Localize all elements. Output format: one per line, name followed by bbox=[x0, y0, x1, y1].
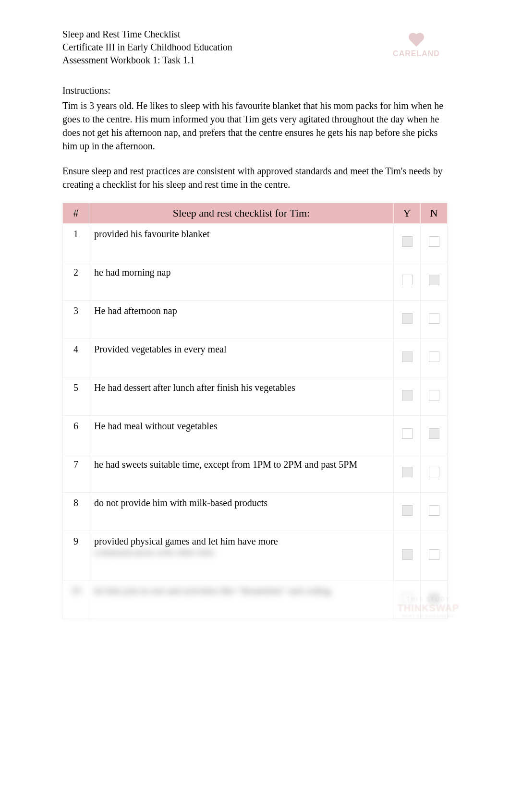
row-no-cell bbox=[421, 416, 448, 454]
checkbox-yes[interactable] bbox=[402, 505, 413, 516]
footer-logo-line2: THINKSWAP bbox=[385, 603, 472, 614]
checkbox-no[interactable] bbox=[429, 428, 439, 439]
row-item-text: provided his favourite blanket bbox=[89, 224, 394, 262]
table-row: 1provided his favourite blanket bbox=[63, 224, 448, 262]
row-number: 8 bbox=[63, 493, 89, 531]
row-number: 3 bbox=[63, 301, 89, 339]
row-number: 4 bbox=[63, 339, 89, 377]
row-number: 2 bbox=[63, 262, 89, 301]
footer-logo-line3: PART OF DOCUMENT bbox=[385, 614, 472, 618]
footer-watermark-logo: THIS STUDY THINKSWAP PART OF DOCUMENT bbox=[385, 596, 472, 630]
table-header-row: # Sleep and rest checklist for Tim: Y N bbox=[63, 203, 448, 224]
row-item-text: do not provide him with milk-based produ… bbox=[89, 493, 394, 531]
row-number: 10 bbox=[63, 581, 89, 619]
header-logo: CARELAND bbox=[385, 29, 448, 62]
checkbox-yes[interactable] bbox=[402, 390, 413, 400]
row-number: 6 bbox=[63, 416, 89, 454]
checklist-table: # Sleep and rest checklist for Tim: Y N … bbox=[62, 203, 448, 619]
document-title: Sleep and Rest Time Checklist bbox=[62, 29, 232, 40]
row-item-text: He had dessert after lunch after finish … bbox=[89, 377, 394, 416]
row-item-text: let him join in rest and activities like… bbox=[89, 581, 394, 619]
table-row: 7he had sweets suitable time, except fro… bbox=[63, 454, 448, 493]
row-item-text: provided physical games and let him have… bbox=[89, 531, 394, 581]
row-item-line2-blurred: communication with other kids bbox=[94, 547, 214, 558]
checkbox-no[interactable] bbox=[429, 549, 439, 560]
column-header-number: # bbox=[63, 203, 89, 224]
row-yes-cell bbox=[394, 493, 421, 531]
row-no-cell bbox=[421, 531, 448, 581]
row-no-cell bbox=[421, 262, 448, 301]
checkbox-no[interactable] bbox=[429, 236, 439, 247]
table-row: 6He had meal without vegetables bbox=[63, 416, 448, 454]
row-yes-cell bbox=[394, 416, 421, 454]
footer-logo-line1: THIS STUDY bbox=[385, 596, 472, 603]
document-header: Sleep and Rest Time Checklist Certificat… bbox=[62, 29, 448, 66]
table-row: 3He had afternoon nap bbox=[63, 301, 448, 339]
row-yes-cell bbox=[394, 262, 421, 301]
table-row: 5He had dessert after lunch after finish… bbox=[63, 377, 448, 416]
row-item-text: Provided vegetables in every meal bbox=[89, 339, 394, 377]
row-item-text: He had meal without vegetables bbox=[89, 416, 394, 454]
checkbox-no[interactable] bbox=[429, 351, 439, 362]
header-text-block: Sleep and Rest Time Checklist Certificat… bbox=[62, 29, 232, 66]
checkbox-yes[interactable] bbox=[402, 313, 413, 324]
row-yes-cell bbox=[394, 377, 421, 416]
checkbox-yes[interactable] bbox=[402, 549, 413, 560]
table-row: 4Provided vegetables in every meal bbox=[63, 339, 448, 377]
row-number: 5 bbox=[63, 377, 89, 416]
checkbox-no[interactable] bbox=[429, 505, 439, 516]
checkbox-yes[interactable] bbox=[402, 467, 413, 477]
checkbox-no[interactable] bbox=[429, 275, 439, 285]
row-item-text: he had sweets suitable time, except from… bbox=[89, 454, 394, 493]
row-number: 9 bbox=[63, 531, 89, 581]
document-subtitle-task: Assessment Workbook 1: Task 1.1 bbox=[62, 55, 232, 66]
header-logo-text: CARELAND bbox=[393, 49, 440, 58]
row-yes-cell bbox=[394, 454, 421, 493]
checkbox-no[interactable] bbox=[429, 390, 439, 400]
row-no-cell bbox=[421, 454, 448, 493]
row-number: 1 bbox=[63, 224, 89, 262]
row-item-text: He had afternoon nap bbox=[89, 301, 394, 339]
checkbox-yes[interactable] bbox=[402, 351, 413, 362]
instructions-paragraph-1: Tim is 3 years old. He likes to sleep wi… bbox=[62, 99, 448, 153]
row-number: 7 bbox=[63, 454, 89, 493]
checkbox-no[interactable] bbox=[429, 467, 439, 477]
row-no-cell bbox=[421, 339, 448, 377]
column-header-item: Sleep and rest checklist for Tim: bbox=[89, 203, 394, 224]
row-item-text: he had morning nap bbox=[89, 262, 394, 301]
instructions-paragraph-2: Ensure sleep and rest practices are cons… bbox=[62, 164, 448, 191]
row-yes-cell bbox=[394, 301, 421, 339]
table-row: 8do not provide him with milk-based prod… bbox=[63, 493, 448, 531]
checkbox-yes[interactable] bbox=[402, 236, 413, 247]
column-header-no: N bbox=[421, 203, 448, 224]
checkbox-yes[interactable] bbox=[402, 275, 413, 285]
row-yes-cell bbox=[394, 224, 421, 262]
document-subtitle-course: Certificate III in Early Childhood Educa… bbox=[62, 42, 232, 53]
row-no-cell bbox=[421, 301, 448, 339]
instructions-label: Instructions: bbox=[62, 85, 448, 96]
row-yes-cell bbox=[394, 339, 421, 377]
row-no-cell bbox=[421, 377, 448, 416]
table-row: 9provided physical games and let him hav… bbox=[63, 531, 448, 581]
checkbox-no[interactable] bbox=[429, 313, 439, 324]
heart-icon bbox=[408, 33, 425, 48]
table-row: 2he had morning nap bbox=[63, 262, 448, 301]
row-yes-cell bbox=[394, 531, 421, 581]
checkbox-yes[interactable] bbox=[402, 428, 413, 439]
row-no-cell bbox=[421, 493, 448, 531]
row-item-line1: provided physical games and let him have… bbox=[94, 536, 278, 546]
row-no-cell bbox=[421, 224, 448, 262]
column-header-yes: Y bbox=[394, 203, 421, 224]
